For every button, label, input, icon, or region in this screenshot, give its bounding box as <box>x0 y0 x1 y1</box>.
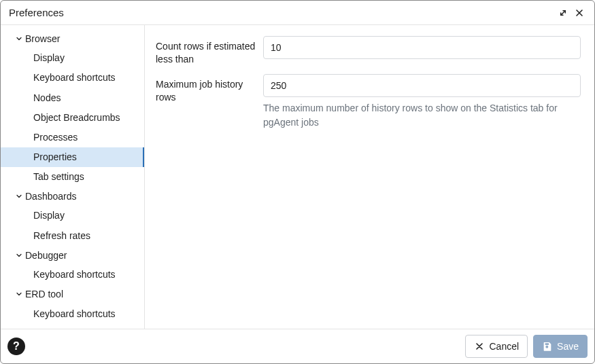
titlebar: Preferences <box>1 1 594 25</box>
tree-item[interactable]: Display <box>1 48 144 68</box>
tree-group-header[interactable]: ERD tool <box>1 285 144 304</box>
x-icon <box>474 341 485 352</box>
tree-item[interactable]: Options <box>1 324 144 329</box>
tree-item[interactable]: Keyboard shortcuts <box>1 68 144 88</box>
close-icon[interactable] <box>571 5 588 21</box>
max-history-row: Maximum job history rows The maximum num… <box>156 74 581 130</box>
tree-item[interactable]: Keyboard shortcuts <box>1 265 144 285</box>
preferences-content: Count rows if estimated less than Maximu… <box>145 25 594 329</box>
tree-item[interactable]: Object Breadcrumbs <box>1 108 144 128</box>
tree-item[interactable]: Nodes <box>1 88 144 108</box>
count-rows-row: Count rows if estimated less than <box>156 36 581 66</box>
tree-group-label: ERD tool <box>25 287 63 302</box>
save-button-label: Save <box>557 341 579 352</box>
chevron-down-icon <box>14 192 24 200</box>
tree-item[interactable]: Display <box>1 206 144 225</box>
tree-group-header[interactable]: Dashboards <box>1 187 144 206</box>
preferences-dialog: Preferences BrowserDisplayKeyboard short… <box>0 0 595 364</box>
tree-item[interactable]: Refresh rates <box>1 226 144 246</box>
cancel-button[interactable]: Cancel <box>465 335 528 358</box>
count-rows-input[interactable] <box>263 36 581 59</box>
tree-group-label: Dashboards <box>25 189 77 204</box>
max-history-help: The maximum number of history rows to sh… <box>263 101 581 130</box>
chevron-down-icon <box>14 290 24 298</box>
tree-item[interactable]: Properties <box>1 147 144 167</box>
count-rows-label: Count rows if estimated less than <box>156 36 263 66</box>
tree-item[interactable]: Keyboard shortcuts <box>1 304 144 324</box>
max-history-input[interactable] <box>263 74 581 97</box>
save-icon <box>542 341 553 352</box>
cancel-button-label: Cancel <box>489 341 519 352</box>
tree-item[interactable]: Tab settings <box>1 167 144 187</box>
tree-group-label: Debugger <box>25 248 67 263</box>
tree-item[interactable]: Processes <box>1 128 144 147</box>
tree-group-label: Browser <box>25 31 60 46</box>
save-button[interactable]: Save <box>533 335 588 358</box>
dialog-footer: ? Cancel Save <box>1 329 594 363</box>
preferences-sidebar[interactable]: BrowserDisplayKeyboard shortcutsNodesObj… <box>1 25 145 329</box>
tree-group-header[interactable]: Browser <box>1 29 144 48</box>
expand-icon[interactable] <box>555 5 571 21</box>
max-history-label: Maximum job history rows <box>156 74 263 104</box>
chevron-down-icon <box>14 35 24 43</box>
chevron-down-icon <box>14 251 24 259</box>
dialog-title: Preferences <box>9 7 64 18</box>
help-icon[interactable]: ? <box>7 338 25 355</box>
tree-group-header[interactable]: Debugger <box>1 246 144 265</box>
